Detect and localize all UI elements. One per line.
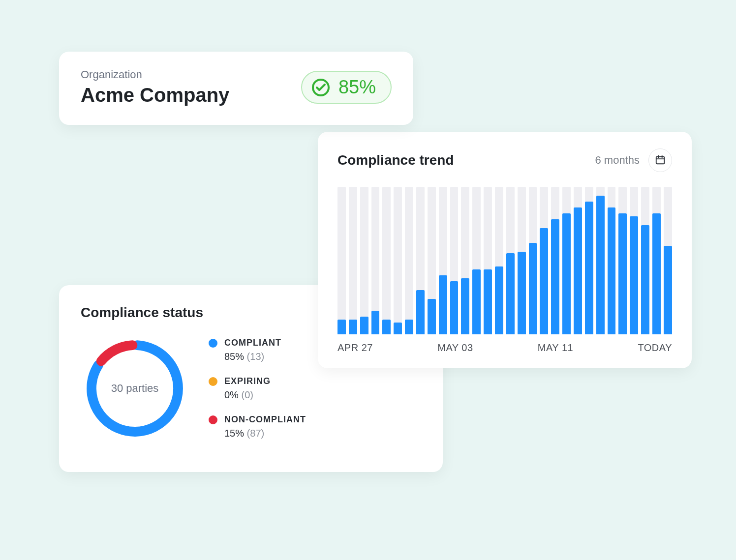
trend-bar — [495, 187, 503, 334]
check-circle-icon — [311, 78, 331, 97]
compliance-score-value: 85% — [338, 77, 376, 98]
trend-bar — [529, 187, 537, 334]
legend-name: NON-COMPLIANT — [224, 414, 306, 425]
trend-x-axis: APR 27 MAY 03 MAY 11 TODAY — [337, 342, 672, 354]
compliance-score-badge: 85% — [301, 71, 392, 104]
donut-center-label: 30 parties — [81, 334, 189, 442]
trend-bar — [360, 187, 368, 334]
trend-bar — [394, 187, 402, 334]
trend-bar — [416, 187, 425, 334]
organization-name: Acme Company — [81, 84, 229, 106]
legend-value: 85% (13) — [209, 351, 306, 362]
date-range-button[interactable] — [648, 148, 672, 172]
svg-rect-1 — [656, 156, 665, 164]
trend-bar — [596, 187, 605, 334]
legend-dot-icon — [209, 377, 217, 386]
legend-item: EXPIRING0% (0) — [209, 376, 306, 401]
trend-bar — [484, 187, 492, 334]
legend-dot-icon — [209, 339, 217, 348]
trend-bar — [428, 187, 436, 334]
trend-title: Compliance trend — [337, 152, 454, 168]
x-tick: TODAY — [638, 342, 672, 354]
legend-value: 0% (0) — [209, 389, 306, 401]
trend-bar — [461, 187, 469, 334]
trend-bar — [630, 187, 638, 334]
organization-card: Organization Acme Company 85% — [59, 52, 413, 125]
trend-range-label: 6 months — [595, 154, 640, 167]
legend-dot-icon — [209, 415, 217, 424]
trend-bar — [585, 187, 593, 334]
x-tick: MAY 03 — [437, 342, 473, 354]
organization-label: Organization — [81, 68, 229, 81]
trend-bar — [608, 187, 616, 334]
trend-range-controls: 6 months — [595, 148, 673, 172]
x-tick: MAY 11 — [538, 342, 573, 354]
legend-value: 15% (87) — [209, 428, 306, 439]
trend-bar — [518, 187, 526, 334]
status-donut-chart: 30 parties — [81, 334, 189, 442]
calendar-icon — [655, 154, 666, 167]
legend-item: NON-COMPLIANT15% (87) — [209, 414, 306, 439]
legend-name: EXPIRING — [224, 376, 271, 386]
trend-bar — [371, 187, 380, 334]
trend-header: Compliance trend 6 months — [337, 148, 672, 172]
trend-bar — [551, 187, 559, 334]
trend-bar — [664, 187, 672, 334]
trend-bar — [641, 187, 649, 334]
trend-bar — [574, 187, 582, 334]
x-tick: APR 27 — [337, 342, 373, 354]
compliance-trend-card: Compliance trend 6 months APR 27 MAY 03 … — [318, 132, 692, 368]
trend-bar — [472, 187, 481, 334]
legend-name: COMPLIANT — [224, 338, 281, 348]
trend-bar — [652, 187, 661, 334]
legend-item: COMPLIANT85% (13) — [209, 338, 306, 362]
trend-bar — [562, 187, 571, 334]
trend-bar — [337, 187, 346, 334]
trend-bar — [618, 187, 627, 334]
trend-bar-chart — [337, 187, 672, 334]
trend-bar — [349, 187, 357, 334]
trend-bar — [450, 187, 459, 334]
trend-bar — [439, 187, 447, 334]
trend-bar — [405, 187, 413, 334]
status-legend: COMPLIANT85% (13)EXPIRING0% (0)NON-COMPL… — [209, 338, 306, 439]
trend-bar — [382, 187, 391, 334]
trend-bar — [540, 187, 548, 334]
trend-bar — [506, 187, 515, 334]
organization-text: Organization Acme Company — [81, 68, 229, 106]
